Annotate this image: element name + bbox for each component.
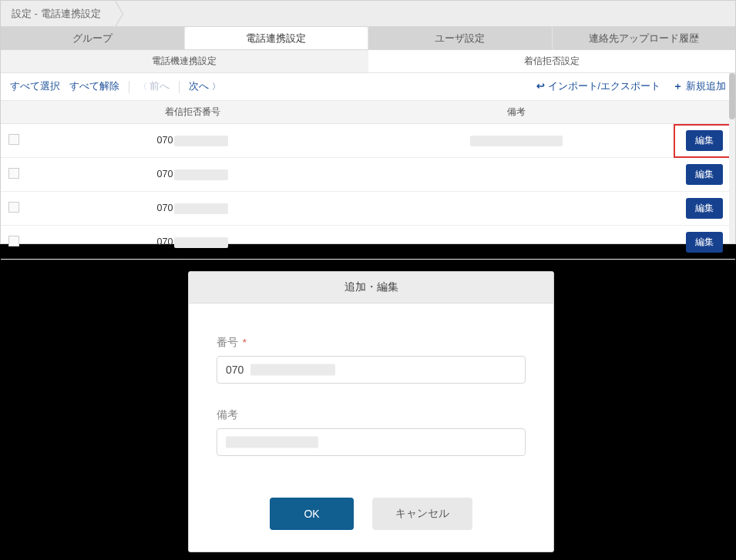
tab-label: グループ — [72, 32, 113, 45]
separator — [179, 81, 180, 93]
add-new-label: 新規追加 — [686, 81, 726, 92]
edit-modal: 追加・編集 番号 * 070 備考 OK キャンセル — [188, 271, 554, 552]
breadcrumb-label: 設定 - 電話連携設定 — [12, 7, 101, 21]
tab-label: 連絡先アップロード履歴 — [589, 32, 699, 45]
primary-tabs: グループ 電話連携設定 ユーザ設定 連絡先アップロード履歴 — [1, 27, 735, 50]
pager-prev: 〈 前へ — [139, 80, 170, 93]
cancel-button[interactable]: キャンセル — [372, 498, 472, 530]
pager-next-label: 次へ — [189, 81, 209, 92]
breadcrumb[interactable]: 設定 - 電話連携設定 — [1, 1, 115, 26]
pager-next[interactable]: 次へ 〉 — [189, 80, 220, 93]
reply-icon: ↩ — [536, 81, 545, 92]
tab-upload-history[interactable]: 連絡先アップロード履歴 — [553, 27, 736, 49]
table-row: 070編集 — [1, 192, 735, 226]
table-row: 070編集 — [1, 158, 735, 192]
chevron-left-icon: 〈 — [139, 82, 147, 91]
col-check-header — [1, 101, 27, 124]
tab-phone-link[interactable]: 電話連携設定 — [185, 27, 369, 49]
deselect-all-link[interactable]: すべて解除 — [69, 80, 119, 93]
row-checkbox[interactable] — [8, 168, 19, 179]
toolbar: すべて選択 すべて解除 〈 前へ 次へ 〉 ↩インポート/エクスポート ＋新規追… — [1, 73, 735, 101]
edit-button[interactable]: 編集 — [686, 130, 723, 151]
number-field[interactable] — [217, 356, 526, 384]
note-label: 備考 — [217, 408, 526, 422]
tab-label: 電話連携設定 — [246, 32, 306, 45]
note-field[interactable] — [217, 428, 526, 456]
number-prefix: 070 — [157, 236, 173, 247]
required-mark: * — [243, 337, 247, 348]
subtab-label: 着信拒否設定 — [524, 55, 580, 68]
number-prefix: 070 — [157, 203, 173, 213]
tab-group[interactable]: グループ — [1, 27, 185, 49]
edit-button[interactable]: 編集 — [686, 232, 723, 253]
subtab-block-settings[interactable]: 着信拒否設定 — [368, 50, 736, 72]
chevron-right-icon: 〉 — [212, 82, 220, 91]
pager-prev-label: 前へ — [150, 81, 170, 92]
block-table: 着信拒否番号 備考 070編集070編集070編集070編集 — [1, 101, 735, 260]
redacted-text — [174, 169, 228, 180]
add-new-link[interactable]: ＋新規追加 — [673, 80, 726, 93]
separator — [129, 81, 129, 93]
number-label-text: 番号 — [217, 337, 238, 348]
ok-button[interactable]: OK — [270, 498, 353, 530]
vertical-scrollbar[interactable] — [729, 73, 735, 243]
table-row: 070編集 — [1, 226, 735, 260]
plus-icon: ＋ — [673, 81, 683, 92]
import-export-label: インポート/エクスポート — [548, 81, 660, 92]
col-number-header: 着信拒否番号 — [27, 101, 358, 124]
tab-label: ユーザ設定 — [435, 32, 485, 45]
number-label: 番号 * — [217, 336, 526, 350]
breadcrumb-bar: 設定 - 電話連携設定 — [1, 1, 735, 27]
import-export-link[interactable]: ↩インポート/エクスポート — [536, 80, 660, 93]
table-row: 070編集 — [1, 124, 735, 158]
number-prefix: 070 — [157, 169, 173, 179]
subtab-label: 電話機連携設定 — [152, 55, 217, 68]
col-action-header — [674, 101, 735, 124]
row-checkbox[interactable] — [8, 236, 19, 246]
scrollbar-thumb[interactable] — [729, 73, 735, 119]
edit-button[interactable]: 編集 — [686, 198, 723, 219]
row-checkbox[interactable] — [8, 134, 19, 145]
redacted-text — [470, 136, 563, 146]
row-checkbox[interactable] — [8, 202, 19, 213]
subtab-device-link[interactable]: 電話機連携設定 — [1, 50, 368, 72]
select-all-link[interactable]: すべて選択 — [10, 80, 60, 93]
number-prefix: 070 — [157, 135, 173, 146]
redacted-text — [174, 203, 228, 214]
redacted-text — [174, 136, 228, 146]
redacted-text — [174, 237, 228, 248]
modal-title: 追加・編集 — [189, 272, 553, 303]
secondary-tabs: 電話機連携設定 着信拒否設定 — [1, 50, 735, 73]
col-note-header: 備考 — [358, 101, 674, 124]
tab-user-settings[interactable]: ユーザ設定 — [368, 27, 553, 49]
edit-button[interactable]: 編集 — [686, 164, 723, 185]
